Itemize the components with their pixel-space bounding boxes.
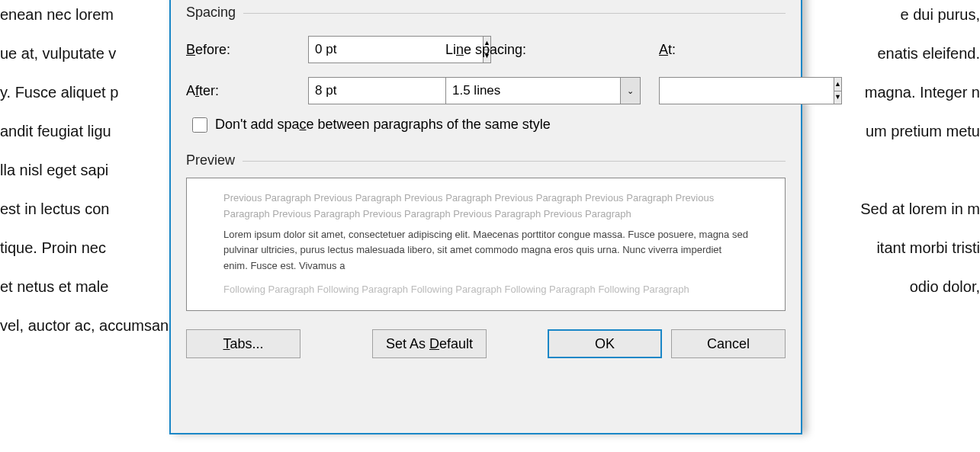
dialog-button-row: Tabs... Set As Default OK Cancel	[186, 329, 786, 358]
spacing-grid: Before: ▲ ▼ Line spacing: At: After: ▲ ▼…	[186, 36, 786, 104]
chevron-down-icon[interactable]: ⌄	[620, 77, 641, 104]
at-up-icon[interactable]: ▲	[834, 77, 842, 91]
before-spinner[interactable]: ▲ ▼	[308, 36, 394, 63]
preview-group-label: Preview	[186, 152, 786, 168]
tabs-button[interactable]: Tabs...	[186, 329, 300, 358]
line-spacing-label: Line spacing:	[445, 42, 628, 58]
at-input[interactable]	[659, 77, 834, 104]
set-as-default-button[interactable]: Set As Default	[372, 329, 487, 358]
at-label: At:	[659, 42, 750, 58]
line-spacing-select[interactable]: ⌄	[445, 77, 641, 104]
at-spinner[interactable]: ▲ ▼	[659, 77, 750, 104]
ok-button[interactable]: OK	[548, 329, 662, 358]
same-style-checkbox[interactable]	[192, 117, 207, 133]
after-label: After:	[186, 83, 308, 99]
after-spinner[interactable]: ▲ ▼	[308, 77, 394, 104]
same-style-checkbox-row[interactable]: Don't add space between paragraphs of th…	[192, 117, 786, 133]
line-spacing-input[interactable]	[445, 77, 620, 104]
before-label: Before:	[186, 42, 308, 58]
at-down-icon[interactable]: ▼	[834, 91, 842, 105]
preview-previous-text: Previous Paragraph Previous Paragraph Pr…	[223, 191, 748, 223]
spacing-group-label: Spacing	[186, 5, 786, 21]
preview-sample-text: Lorem ipsum dolor sit amet, consectetuer…	[223, 227, 748, 274]
preview-following-text: Following Paragraph Following Paragraph …	[223, 282, 748, 298]
paragraph-dialog: Spacing Before: ▲ ▼ Line spacing: At: Af…	[169, 0, 802, 434]
preview-box: Previous Paragraph Previous Paragraph Pr…	[186, 178, 786, 311]
cancel-button[interactable]: Cancel	[671, 329, 786, 358]
same-style-label: Don't add space between paragraphs of th…	[215, 117, 551, 133]
